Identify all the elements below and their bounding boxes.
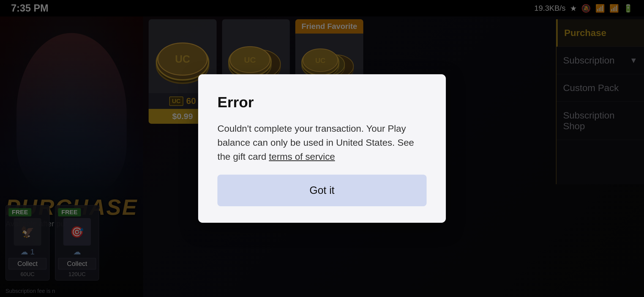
error-dialog: Error Couldn't complete your transaction… bbox=[198, 74, 446, 223]
terms-of-service-link[interactable]: terms of service bbox=[269, 151, 335, 162]
dialog-message: Couldn't complete your transaction. Your… bbox=[217, 122, 427, 164]
got-it-button[interactable]: Got it bbox=[217, 175, 427, 206]
dialog-title: Error bbox=[217, 94, 427, 111]
dialog-overlay: Error Couldn't complete your transaction… bbox=[0, 0, 644, 297]
